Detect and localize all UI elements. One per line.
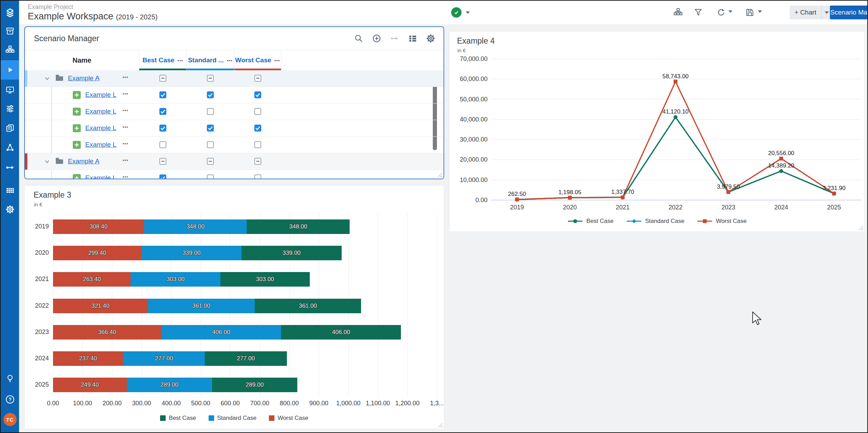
row-menu-button[interactable]: ••• [119, 108, 132, 113]
scenario-checkbox-unchecked[interactable] [207, 141, 214, 148]
scenario-checkbox-indeterminate[interactable] [159, 158, 166, 165]
legend-item[interactable]: Worst Case [269, 415, 308, 422]
scenario-column-label[interactable]: Worst Case [235, 56, 271, 64]
row-menu-button[interactable]: ••• [119, 74, 132, 80]
avatar[interactable]: TC [3, 413, 17, 426]
scenario-checkbox-checked[interactable] [159, 91, 166, 98]
model-view-button[interactable] [674, 8, 683, 17]
legend-item[interactable]: Worst Case [697, 218, 747, 225]
name-column-header[interactable]: Name [25, 50, 139, 70]
legend-item[interactable]: Standard Case [209, 415, 256, 422]
bar-segment: 321.40 [53, 299, 148, 313]
scenario-checkbox-unchecked[interactable] [254, 141, 261, 148]
sidebar-item-help[interactable]: ? [1, 390, 19, 409]
sidebar-item-workspaces[interactable] [1, 118, 19, 138]
refresh-dropdown[interactable] [728, 10, 733, 14]
column-menu-button[interactable]: ••• [274, 58, 280, 63]
scenario-checkbox-unchecked[interactable] [159, 141, 166, 148]
list-icon[interactable] [408, 34, 417, 43]
scenario-checkbox-checked[interactable] [159, 108, 166, 115]
scenario-checkbox-checked[interactable] [207, 125, 214, 132]
svg-text:?: ? [8, 397, 11, 402]
row-menu-button[interactable]: ••• [119, 141, 132, 146]
sidebar-item-transfer[interactable] [1, 158, 19, 177]
scenario-column-label[interactable]: Best Case [142, 56, 174, 64]
sidebar-item-presentation[interactable] [1, 80, 19, 100]
status-dropdown[interactable] [451, 7, 470, 18]
sidebar-item-models[interactable] [1, 40, 19, 60]
table-row: Example A••• [25, 70, 444, 87]
legend-item[interactable]: Standard Case [626, 218, 684, 225]
filter-icon [694, 8, 703, 17]
scenario-item-link[interactable]: Example L [85, 174, 116, 179]
scenario-group-link[interactable]: Example A [68, 157, 99, 165]
archive-icon [6, 27, 15, 36]
scenario-item-link[interactable]: Example L [85, 141, 116, 148]
row-menu-button[interactable]: ••• [119, 174, 132, 179]
arrow-dot-icon [6, 163, 15, 172]
sliders-icon [6, 104, 15, 113]
scenario-manager-button[interactable]: Scenario Manager [830, 6, 868, 19]
sidebar-item-tables[interactable] [1, 181, 19, 200]
scenario-group-link[interactable]: Example A [68, 74, 99, 82]
scenario-column-header[interactable]: Standard ...••• [186, 50, 234, 70]
scenario-checkbox-unchecked[interactable] [207, 108, 214, 115]
refresh-button[interactable] [716, 8, 725, 17]
sidebar-item-ideas[interactable] [1, 369, 19, 388]
scenario-column-label[interactable]: Standard ... [188, 56, 223, 64]
filter-button[interactable] [694, 8, 703, 17]
save-dropdown[interactable] [758, 10, 763, 14]
scenario-column-header[interactable]: Worst Case••• [234, 50, 281, 70]
arrow-right-icon[interactable] [390, 34, 399, 43]
add-circle-icon[interactable] [372, 34, 381, 43]
scenario-checkbox-unchecked[interactable] [207, 174, 214, 179]
column-menu-button[interactable]: ••• [227, 58, 233, 63]
scenario-checkbox-indeterminate[interactable] [207, 158, 214, 165]
line-chart-legend: Best CaseStandard CaseWorst Case [449, 218, 865, 225]
scenario-checkbox-unchecked[interactable] [254, 108, 261, 115]
scenario-checkbox-indeterminate[interactable] [159, 75, 166, 82]
gridline [437, 213, 437, 397]
data-point [832, 192, 836, 196]
sidebar-item-simulation[interactable] [1, 60, 19, 80]
scenario-checkbox-checked[interactable] [254, 125, 261, 132]
bar-segment: 289.00 [212, 378, 297, 392]
scenario-checkbox-checked[interactable] [159, 125, 166, 132]
sidebar-item-flows[interactable] [1, 138, 19, 157]
chevron-down-icon[interactable] [44, 76, 50, 83]
scenario-column-header[interactable]: Best Case••• [139, 50, 186, 70]
scenario-checkbox-unchecked[interactable] [254, 174, 261, 179]
scenario-checkbox-indeterminate[interactable] [207, 75, 214, 82]
scenario-checkbox-indeterminate[interactable] [254, 158, 261, 165]
pages-icon [6, 124, 15, 133]
settings-icon[interactable] [426, 34, 435, 43]
column-menu-button[interactable]: ••• [177, 58, 183, 63]
sidebar-item-account[interactable]: TC [1, 410, 19, 429]
scenario-item-link[interactable]: Example L [85, 91, 116, 99]
search-icon[interactable] [354, 34, 363, 43]
bar-segment: 249.40 [53, 378, 127, 392]
row-menu-button[interactable]: ••• [119, 124, 132, 129]
sidebar-item-assumptions[interactable] [1, 99, 19, 118]
data-point [621, 196, 625, 199]
bar-segment: 339.00 [242, 246, 342, 260]
scenario-checkbox-checked[interactable] [254, 91, 261, 98]
scenario-item-link[interactable]: Example L [85, 108, 116, 115]
scenario-checkbox-checked[interactable] [207, 91, 214, 98]
play-icon [6, 65, 15, 74]
row-menu-button[interactable]: ••• [119, 91, 132, 96]
legend-item[interactable]: Best Case [160, 415, 196, 422]
scenario-checkbox-indeterminate[interactable] [254, 75, 261, 82]
row-menu-button[interactable]: ••• [119, 157, 132, 163]
x-tick-label: 2022 [668, 204, 682, 211]
plus-icon [73, 108, 81, 117]
save-button[interactable] [745, 8, 754, 17]
sidebar-item-settings[interactable] [1, 200, 19, 219]
legend-item[interactable]: Best Case [567, 218, 613, 225]
scenario-checkbox-checked[interactable] [159, 174, 166, 179]
chevron-down-icon[interactable] [44, 159, 50, 166]
sidebar-item-archive[interactable] [1, 21, 19, 41]
add-chart-button[interactable]: + Chart [790, 6, 832, 19]
x-tick-label: 2023 [721, 204, 735, 211]
scenario-item-link[interactable]: Example L [85, 124, 116, 132]
